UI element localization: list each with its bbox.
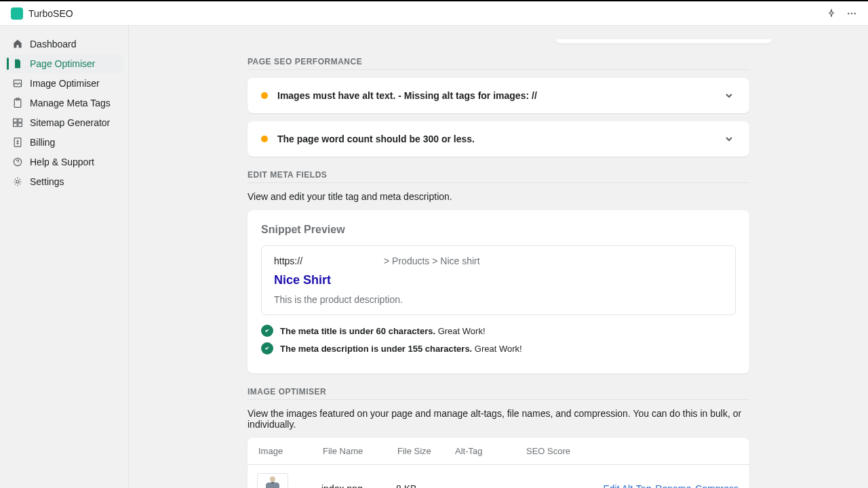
meta-check-description: The meta description is under 155 charac…: [261, 342, 736, 354]
meta-section-title: EDIT META FIELDS: [248, 170, 749, 183]
col-filename: File Name: [323, 446, 397, 456]
rename-button[interactable]: Rename: [655, 483, 691, 488]
sidebar-item-billing[interactable]: Billing: [4, 133, 124, 152]
svg-point-0: [848, 12, 849, 14]
cell-filesize: 8 KB: [396, 483, 454, 488]
cell-image: [257, 473, 321, 488]
sidebar-item-label: Sitemap Generator: [30, 117, 110, 128]
sidebar-item-label: Billing: [30, 137, 55, 148]
page-icon: [12, 58, 23, 69]
sidebar-item-label: Dashboard: [30, 39, 77, 49]
compress-button[interactable]: Compress: [695, 483, 738, 488]
sidebar-item-label: Page Optimiser: [30, 58, 95, 69]
image-thumbnail[interactable]: [257, 473, 288, 488]
svg-rect-9: [18, 123, 22, 127]
snippet-title: Nice Shirt: [274, 273, 723, 287]
perf-text: Images must have alt text. - Missing alt…: [277, 90, 713, 101]
cell-actions: Edit Alt-Tag Rename Compress: [525, 483, 738, 488]
sidebar-item-label: Help & Support: [30, 157, 94, 167]
app-header: TurboSEO: [0, 1, 868, 26]
col-seoscore: SEO Score: [526, 446, 738, 456]
snippet-url: https://: [274, 256, 302, 266]
chevron-down-icon[interactable]: [722, 132, 736, 146]
help-icon: [12, 157, 23, 167]
cell-filename: index.png: [321, 483, 396, 488]
main-content: PAGE SEO PERFORMANCE Images must have al…: [129, 26, 868, 488]
snippet-description: This is the product description.: [274, 294, 723, 305]
svg-point-1: [851, 12, 852, 14]
svg-point-12: [16, 180, 19, 183]
table-header: Image File Name File Size Alt-Tag SEO Sc…: [248, 438, 749, 465]
svg-point-2: [854, 12, 856, 14]
svg-rect-6: [14, 119, 18, 122]
check-icon: [261, 342, 273, 354]
check-text: The meta title is under 60 characters. G…: [280, 326, 486, 336]
sidebar-item-label: Settings: [30, 176, 64, 187]
sidebar-item-label: Image Optimiser: [30, 78, 100, 89]
imgopt-section-desc: View the images featured on your page an…: [248, 408, 749, 430]
sidebar-item-sitemap[interactable]: Sitemap Generator: [4, 113, 124, 132]
sidebar: Dashboard Page Optimiser Image Optimiser…: [0, 26, 129, 488]
image-table: Image File Name File Size Alt-Tag SEO Sc…: [248, 438, 749, 488]
imgopt-section-title: IMAGE OPTIMISER: [248, 387, 749, 400]
partial-card: [556, 39, 772, 43]
snippet-preview-box: https:// > Products > Nice shirt Nice Sh…: [261, 245, 736, 315]
sidebar-item-label: Manage Meta Tags: [30, 98, 111, 108]
sidebar-item-help[interactable]: Help & Support: [4, 152, 124, 171]
perf-text: The page word count should be 300 or les…: [277, 134, 713, 144]
perf-card-wordcount: The page word count should be 300 or les…: [248, 121, 749, 157]
home-icon: [12, 39, 23, 49]
sidebar-item-settings[interactable]: Settings: [4, 172, 124, 191]
col-alttag: Alt-Tag: [455, 446, 526, 456]
sidebar-item-meta-tags[interactable]: Manage Meta Tags: [4, 94, 124, 113]
col-filesize: File Size: [397, 446, 455, 456]
table-row: index.png 8 KB Edit Alt-Tag Rename Compr…: [248, 465, 749, 488]
perf-item[interactable]: The page word count should be 300 or les…: [248, 121, 749, 157]
header-left: TurboSEO: [11, 7, 73, 20]
edit-alt-button[interactable]: Edit Alt-Tag: [603, 483, 651, 488]
svg-point-13: [270, 476, 275, 482]
perf-item[interactable]: Images must have alt text. - Missing alt…: [248, 78, 749, 113]
clipboard-icon: [12, 98, 23, 108]
sidebar-item-dashboard[interactable]: Dashboard: [4, 35, 124, 54]
sidebar-item-page-optimiser[interactable]: Page Optimiser: [4, 54, 124, 73]
meta-check-title: The meta title is under 60 characters. G…: [261, 325, 736, 337]
billing-icon: [12, 137, 23, 148]
status-dot-warning: [261, 136, 268, 142]
image-icon: [12, 78, 23, 89]
sidebar-item-image-optimiser[interactable]: Image Optimiser: [4, 74, 124, 93]
meta-section-desc: View and edit your title tag and meta de…: [248, 191, 749, 202]
check-icon: [261, 325, 273, 337]
col-image: Image: [258, 446, 323, 456]
status-dot-warning: [261, 92, 268, 99]
app-logo: [11, 7, 23, 20]
header-right: [826, 8, 857, 19]
app-name: TurboSEO: [28, 8, 73, 19]
gear-icon: [12, 176, 23, 187]
pin-icon[interactable]: [826, 8, 837, 19]
more-icon[interactable]: [846, 8, 857, 19]
sitemap-icon: [12, 117, 23, 128]
svg-rect-8: [14, 123, 18, 127]
check-text: The meta description is under 155 charac…: [280, 344, 522, 354]
svg-rect-7: [18, 119, 22, 122]
perf-card-alt: Images must have alt text. - Missing alt…: [248, 78, 749, 113]
snippet-card: Snippet Preview https:// > Products > Ni…: [248, 210, 749, 373]
snippet-preview-label: Snippet Preview: [261, 224, 736, 236]
snippet-breadcrumb: > Products > Nice shirt: [384, 256, 480, 266]
perf-section-title: PAGE SEO PERFORMANCE: [248, 57, 749, 70]
chevron-down-icon[interactable]: [722, 89, 736, 102]
